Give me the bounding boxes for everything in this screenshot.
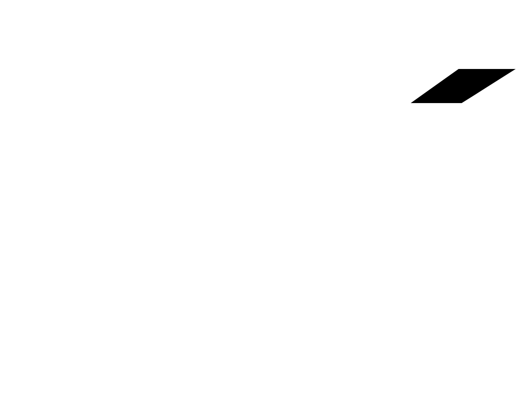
top-legend-icon [3,2,7,6]
top-pattern-marks [110,88,460,110]
rounded-bottom-arc-3 [302,95,321,107]
pink-zone-upper [449,69,516,75]
pink-zone-lower [411,95,474,103]
top-highlight-zones [411,69,516,103]
chart-stage [0,0,531,420]
blue-uptrend-line-upper [306,51,531,121]
yellow-zone [421,75,505,95]
orange-downtrend-line-2 [21,18,531,74]
bottom-support-lines [11,340,531,382]
pullback-arc [296,324,407,381]
bottom-legend-icon [11,212,15,216]
orange-downtrend-line-1 [22,11,531,69]
bottom-chart-legend [11,210,18,217]
charts-canvas [0,0,531,420]
top-plot-border [1,7,451,190]
top-chart-legend [3,0,10,7]
rounded-top-arc-1 [368,94,387,107]
blue-uptrend-line-lower [336,103,531,164]
bottom-plot-border [11,218,462,402]
rounded-bottom-arc-1 [110,96,130,108]
rounded-bottom-arc-2 [268,95,288,107]
